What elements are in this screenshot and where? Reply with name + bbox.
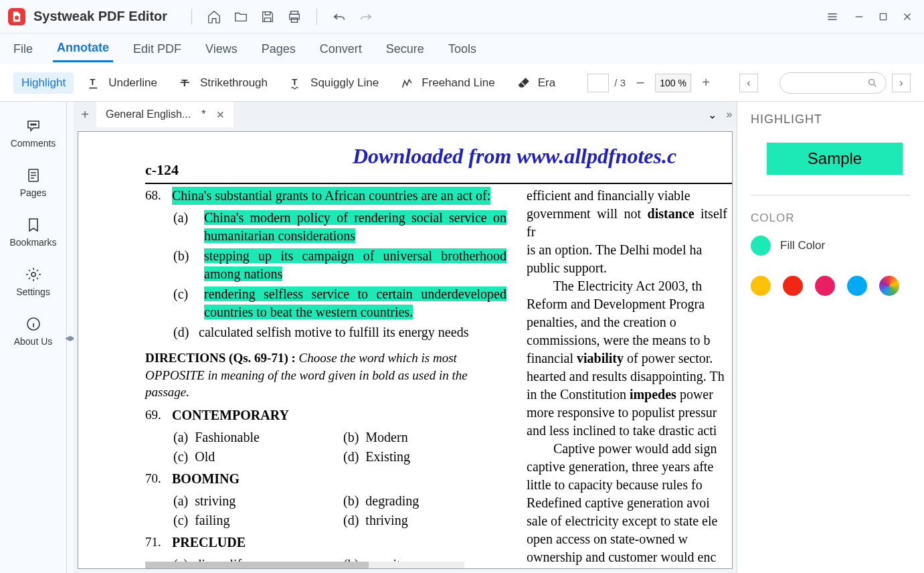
- menubar: File Annotate Edit PDF Views Pages Conve…: [0, 33, 924, 64]
- menu-secure[interactable]: Secure: [382, 37, 428, 62]
- print-icon[interactable]: [286, 8, 303, 25]
- highlight-sample: Sample: [767, 143, 903, 175]
- color-yellow[interactable]: [751, 276, 771, 296]
- tab-close-icon[interactable]: ×: [216, 107, 224, 122]
- comments-icon: [25, 118, 41, 134]
- fill-color-label: Fill Color: [780, 239, 825, 252]
- maximize-icon[interactable]: [874, 8, 892, 25]
- eraser-icon: [517, 76, 531, 90]
- app-logo-icon: [8, 8, 25, 25]
- tool-strikethrough[interactable]: TStrikethrough: [171, 72, 276, 94]
- underline-icon: T: [87, 76, 102, 90]
- squiggly-icon: T: [289, 76, 304, 90]
- tool-underline[interactable]: TUnderline: [79, 72, 165, 94]
- fill-color-swatch[interactable]: [751, 236, 771, 256]
- split-handle[interactable]: ◂▸: [67, 102, 74, 573]
- hamburger-icon[interactable]: [824, 8, 841, 25]
- doc-banner: Downloaded from www.allpdfnotes.c: [353, 144, 676, 169]
- app-title: Systweak PDF Editor: [33, 9, 167, 24]
- menu-views[interactable]: Views: [201, 37, 242, 62]
- sidebar-about[interactable]: About Us: [0, 307, 66, 356]
- tab-dirty-indicator: *: [201, 108, 205, 120]
- doc-separator: [145, 183, 732, 184]
- sidebar-settings[interactable]: Settings: [0, 257, 66, 307]
- svg-point-11: [31, 124, 32, 125]
- minimize-icon[interactable]: [850, 8, 868, 25]
- pdf-page[interactable]: Downloaded from www.allpdfnotes.c c-124 …: [78, 131, 733, 569]
- tab-title: General English...: [106, 108, 191, 120]
- svg-text:T: T: [90, 77, 95, 87]
- tabs-menu-button[interactable]: ⌄: [702, 108, 722, 121]
- search-input[interactable]: [779, 72, 887, 94]
- menu-pages[interactable]: Pages: [258, 37, 300, 62]
- search-icon: [867, 78, 878, 88]
- document-tab[interactable]: General English... * ×: [96, 102, 234, 127]
- menu-file[interactable]: File: [9, 37, 37, 62]
- zoom-level[interactable]: 100 %: [655, 74, 691, 92]
- tool-freehand[interactable]: Freehand Line: [392, 72, 503, 94]
- add-tab-button[interactable]: +: [74, 102, 96, 127]
- color-red[interactable]: [783, 276, 803, 296]
- tool-eraser[interactable]: Era: [509, 72, 563, 94]
- svg-point-0: [15, 15, 19, 19]
- redo-icon[interactable]: [357, 8, 375, 25]
- gear-icon: [25, 266, 41, 282]
- bookmark-icon: [25, 217, 41, 233]
- color-section-label: COLOR: [751, 212, 911, 225]
- prev-page-button[interactable]: ‹: [739, 74, 758, 92]
- close-icon[interactable]: [899, 8, 916, 25]
- tool-squiggly[interactable]: TSquiggly Line: [281, 72, 387, 94]
- info-icon: [25, 316, 41, 332]
- page-total: / 3: [614, 77, 626, 88]
- color-pink[interactable]: [815, 276, 835, 296]
- menu-editpdf[interactable]: Edit PDF: [129, 37, 185, 62]
- home-icon[interactable]: [205, 8, 223, 25]
- expand-right-icon[interactable]: »: [722, 108, 737, 120]
- sidebar-pages[interactable]: Pages: [0, 158, 66, 208]
- svg-point-13: [35, 124, 36, 125]
- svg-rect-3: [291, 17, 297, 21]
- sidebar-bookmarks[interactable]: Bookmarks: [0, 208, 66, 257]
- sidebar: Comments Pages Bookmarks Settings About …: [0, 102, 67, 573]
- svg-point-12: [33, 124, 34, 125]
- highlight-properties-panel: HIGHLIGHT Sample COLOR Fill Color: [737, 102, 924, 573]
- panel-title: HIGHLIGHT: [751, 112, 911, 127]
- tool-highlight[interactable]: Highlight: [13, 72, 74, 94]
- next-page-button[interactable]: ›: [892, 74, 911, 92]
- svg-text:T: T: [292, 77, 297, 87]
- document-tabs: + General English... * × ⌄ »: [74, 102, 737, 127]
- save-icon[interactable]: [259, 8, 276, 25]
- color-picker-icon[interactable]: [879, 276, 899, 296]
- open-folder-icon[interactable]: [232, 8, 250, 25]
- doc-page-label: c-124: [145, 161, 179, 179]
- strikethrough-icon: T: [179, 76, 193, 90]
- svg-rect-4: [880, 13, 886, 19]
- freehand-icon: [400, 76, 415, 90]
- scrollbar-thumb[interactable]: [145, 562, 369, 568]
- zoom-out-button[interactable]: −: [631, 74, 650, 92]
- titlebar: Systweak PDF Editor: [0, 0, 924, 33]
- page-number-input[interactable]: [587, 74, 609, 92]
- svg-point-10: [869, 79, 874, 84]
- svg-point-15: [31, 272, 35, 276]
- menu-annotate[interactable]: Annotate: [53, 35, 113, 62]
- color-blue[interactable]: [847, 276, 867, 296]
- doc-body: 68.China's substantial grants to African…: [145, 187, 732, 569]
- menu-convert[interactable]: Convert: [316, 37, 366, 62]
- horizontal-scrollbar[interactable]: [145, 562, 464, 568]
- undo-icon[interactable]: [331, 8, 348, 25]
- zoom-in-button[interactable]: +: [697, 74, 715, 92]
- sidebar-comments[interactable]: Comments: [0, 108, 66, 158]
- menu-tools[interactable]: Tools: [444, 37, 480, 62]
- pages-icon: [25, 167, 41, 183]
- annotation-toolbar: Highlight TUnderline TStrikethrough TSqu…: [0, 64, 924, 102]
